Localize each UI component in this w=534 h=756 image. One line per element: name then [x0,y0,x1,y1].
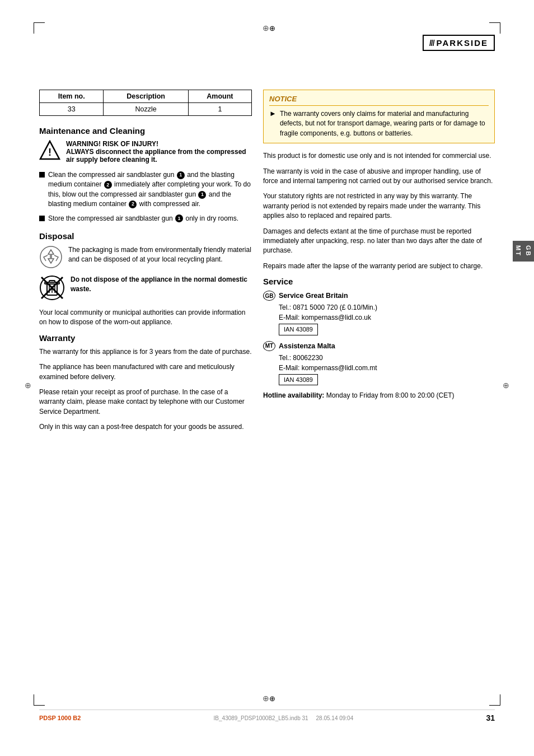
footer-file: IB_43089_PDSP1000B2_LB5.indb 31 28.05.14… [214,715,354,721]
service-gb-detail: Tel.: 0871 5000 720 (£ 0.10/Min.) E-Mail… [279,302,495,335]
list-item: Clean the compressed air sandblaster gun… [39,170,252,209]
parkside-logo: /// PARKSIDE [423,35,495,51]
badge-5: 1 [175,214,183,222]
crosshair-right: ⊕ [503,381,509,390]
badge-4: 2 [129,200,137,208]
country-badge-mt: MT [263,341,275,351]
logo-slashes: /// [429,39,434,48]
service-gb: GB Service Great Britain Tel.: 0871 5000… [263,291,495,335]
badge-2: 2 [104,181,112,189]
warranty-p3: Please retain your receipt as proof of p… [39,388,252,417]
service-gb-name: Service Great Britain [279,292,348,300]
bullet-square [39,172,45,178]
service-mt-ian: IAN 43089 [279,374,318,386]
page: ⊕ ⊕ ⊕ ⊕ /// PARKSIDE GB MT Item no. Desc… [0,0,534,756]
footer: PDSP 1000 B2 IB_43089_PDSP1000B2_LB5.ind… [39,710,495,722]
notice-box: NOTICE ► The warranty covers only claims… [263,90,495,143]
left-column: Item no. Description Amount 33 Nozzle 1 … [39,90,252,437]
right-column: NOTICE ► The warranty covers only claims… [263,90,495,437]
gb-mt-tab: GB MT [513,241,534,262]
service-mt-header: MT Assistenza Malta [263,341,495,351]
bullet-square [39,216,45,221]
service-mt-name: Assistenza Malta [279,342,335,350]
service-gb-header: GB Service Great Britain [263,291,495,301]
footer-model: PDSP 1000 B2 [39,715,81,721]
service-gb-email: E-Mail: kompernass@lidl.co.uk [279,312,495,323]
waste-row: Do not dispose of the appliance in the n… [39,275,252,302]
warranty-title: Warranty [39,333,252,343]
list-item: Store the compressed air sandblaster gun… [39,214,252,223]
table-header-desc: Description [104,90,188,103]
bullet-text-1: Clean the compressed air sandblaster gun… [48,170,252,209]
waste-bold-text: Do not dispose of the appliance in the n… [71,276,247,293]
table-cell-desc: Nozzle [104,103,188,116]
parts-table: Item no. Description Amount 33 Nozzle 1 [39,90,252,116]
warning-icon: ! [39,140,60,164]
service-title: Service [263,277,495,286]
table-cell-amount: 1 [188,103,251,116]
table-cell-item: 33 [40,103,104,116]
badge-3: 1 [198,191,206,199]
crosshair-left: ⊕ [25,381,31,390]
table-header-amount: Amount [188,90,251,103]
svg-rect-5 [49,281,55,282]
service-gb-tel: Tel.: 0871 5000 720 (£ 0.10/Min.) [279,302,495,312]
tab-gb: GB [525,245,532,257]
corner-mark-tr [489,22,500,34]
hotline-bold: Hotline availability: [263,391,324,399]
warning-title: WARNING! RISK OF INJURY! [66,140,252,148]
notice-text: The warranty covers only claims for mate… [280,109,489,138]
crosshair-bottom: ⊕ [263,694,271,703]
footer-page: 31 [486,713,495,722]
warranty-p1: The warranty for this appliance is for 3… [39,347,252,357]
service-mt: MT Assistenza Malta Tel.: 80062230 E-Mai… [263,341,495,386]
warranty-p2: The appliance has been manufactured with… [39,362,252,382]
warning-box: ! WARNING! RISK OF INJURY! ALWAYS discon… [39,140,252,164]
waste-icon [39,275,65,302]
recycling-text: The packaging is made from environmental… [68,245,252,265]
community-text: Your local community or municipal author… [39,308,252,328]
country-badge-gb: GB [263,291,275,301]
corner-mark-tl [34,22,45,34]
service-mt-detail: Tel.: 80062230 E-Mail: kompernass@lidl.c… [279,353,495,386]
svg-text:!: ! [48,147,51,158]
service-gb-ian: IAN 43089 [279,324,318,335]
logo-text: PARKSIDE [437,38,488,48]
recycling-row: The packaging is made from environmental… [39,245,252,270]
disposal-title: Disposal [39,231,252,241]
right-p2: Your statutory rights are not restricted… [263,192,495,221]
maintenance-title: Maintenance and Cleaning [39,126,252,136]
right-p0: This product is for domestic use only an… [263,151,495,161]
right-p3: Damages and defects extant at the time o… [263,227,495,256]
notice-bullet: ► The warranty covers only claims for ma… [269,109,489,138]
notice-arrow: ► [269,109,277,138]
waste-text: Do not dispose of the appliance in the n… [71,275,252,295]
table-header-item: Item no. [40,90,104,103]
hotline-detail: Monday to Friday from 8:00 to 20:00 (CET… [326,391,455,399]
corner-mark-bl [34,694,45,706]
warranty-p4: Only in this way can a post-free despatc… [39,422,252,432]
right-p4: Repairs made after the lapse of the warr… [263,262,495,271]
badge-1: 1 [177,171,185,179]
table-row: 33 Nozzle 1 [40,103,252,116]
maintenance-bullets: Clean the compressed air sandblaster gun… [39,170,252,223]
service-mt-email: E-Mail: kompernass@lidl.com.mt [279,363,495,373]
crosshair-top: ⊕ [263,24,271,32]
warning-body: ALWAYS disconnect the appliance from the… [66,148,252,164]
service-mt-tel: Tel.: 80062230 [279,353,495,363]
tab-mt: MT [515,245,522,256]
notice-title: NOTICE [269,95,489,106]
hotline-text: Hotline availability: Monday to Friday f… [263,391,495,400]
service-section: Service GB Service Great Britain Tel.: 0… [263,277,495,400]
bullet-text-2: Store the compressed air sandblaster gun… [48,214,238,223]
recycling-icon [39,245,63,270]
warning-text: WARNING! RISK OF INJURY! ALWAYS disconne… [66,140,252,164]
right-p1: The warranty is void in the case of abus… [263,167,495,186]
corner-mark-br [489,694,500,706]
